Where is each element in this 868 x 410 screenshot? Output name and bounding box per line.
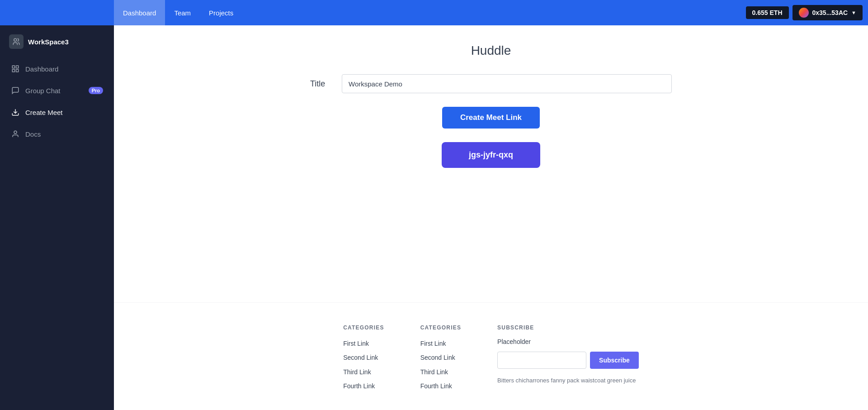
nav-right: 0.655 ETH 0x35...53AC ▼ <box>746 5 863 20</box>
subscribe-row: Subscribe <box>497 352 639 369</box>
chat-icon <box>11 86 20 95</box>
sidebar: WorkSpace3 Dashboard Group Chat Pro <box>0 25 114 410</box>
subscribe-button[interactable]: Subscribe <box>590 352 639 369</box>
footer-col1-link-4[interactable]: Fourth Link <box>343 381 384 392</box>
svg-rect-2 <box>16 66 19 68</box>
create-meet-link-button[interactable]: Create Meet Link <box>442 107 540 129</box>
main-layout: WorkSpace3 Dashboard Group Chat Pro <box>0 25 868 410</box>
wallet-badge[interactable]: 0x35...53AC ▼ <box>793 5 863 20</box>
top-nav: Dashboard Team Projects 0.655 ETH 0x35..… <box>0 0 868 25</box>
wallet-address: 0x35...53AC <box>812 9 848 16</box>
workspace-icon <box>9 34 24 49</box>
sidebar-label-create-meet: Create Meet <box>25 109 63 116</box>
footer-col1-title: CATEGORIES <box>343 324 384 331</box>
title-row: Title <box>310 74 672 93</box>
footer-subscribe-col: SUBSCRIBE Placeholder Subscribe Bitters … <box>497 324 639 392</box>
svg-point-0 <box>14 38 17 41</box>
workspace-name: WorkSpace3 <box>28 38 69 46</box>
sidebar-item-group-chat[interactable]: Group Chat Pro <box>0 80 114 101</box>
footer-col-1: CATEGORIES First Link Second Link Third … <box>343 324 384 392</box>
title-input[interactable] <box>342 74 672 93</box>
docs-icon <box>11 129 20 138</box>
footer-col2-link-3[interactable]: Third Link <box>420 367 461 378</box>
meet-link-button[interactable]: jgs-jyfr-qxq <box>442 142 540 168</box>
content-area: Huddle Title Create Meet Link jgs-jyfr-q… <box>114 25 868 410</box>
nav-tabs: Dashboard Team Projects <box>114 0 746 25</box>
wallet-avatar <box>799 8 809 18</box>
footer: CATEGORIES First Link Second Link Third … <box>114 302 868 410</box>
main-content: Huddle Title Create Meet Link jgs-jyfr-q… <box>114 25 868 302</box>
workspace-label: WorkSpace3 <box>0 29 114 54</box>
footer-col-2: CATEGORIES First Link Second Link Third … <box>420 324 461 392</box>
svg-point-6 <box>14 131 17 133</box>
svg-rect-4 <box>16 70 19 72</box>
footer-col2-link-4[interactable]: Fourth Link <box>420 381 461 392</box>
sidebar-label-dashboard: Dashboard <box>25 65 58 73</box>
eth-balance: 0.655 ETH <box>746 6 789 19</box>
footer-col1-link-1[interactable]: First Link <box>343 338 384 349</box>
footer-col1-link-2[interactable]: Second Link <box>343 352 384 363</box>
subscribe-input[interactable] <box>497 352 586 369</box>
svg-rect-3 <box>12 70 14 72</box>
sidebar-item-create-meet[interactable]: Create Meet <box>0 101 114 123</box>
footer-col2-title: CATEGORIES <box>420 324 461 331</box>
sidebar-label-docs: Docs <box>25 130 41 138</box>
footer-col1-link-3[interactable]: Third Link <box>343 367 384 378</box>
footer-col2-link-2[interactable]: Second Link <box>420 352 461 363</box>
dashboard-icon <box>11 64 20 73</box>
subscribe-placeholder-label: Placeholder <box>497 338 639 345</box>
subscribe-description: Bitters chicharrones fanny pack waistcoa… <box>497 376 639 385</box>
nav-tab-dashboard[interactable]: Dashboard <box>114 0 165 25</box>
sidebar-label-group-chat: Group Chat <box>25 87 61 95</box>
sidebar-item-dashboard[interactable]: Dashboard <box>0 58 114 80</box>
nav-tab-projects[interactable]: Projects <box>200 0 242 25</box>
title-label: Title <box>310 79 333 89</box>
page-title: Huddle <box>471 43 511 58</box>
footer-subscribe-title: SUBSCRIBE <box>497 324 639 331</box>
footer-col2-link-1[interactable]: First Link <box>420 338 461 349</box>
sidebar-item-docs[interactable]: Docs <box>0 123 114 145</box>
chevron-down-icon: ▼ <box>851 10 856 15</box>
create-meet-icon <box>11 108 20 117</box>
svg-rect-1 <box>12 66 14 68</box>
group-chat-badge: Pro <box>89 87 103 94</box>
nav-tab-team[interactable]: Team <box>165 0 200 25</box>
